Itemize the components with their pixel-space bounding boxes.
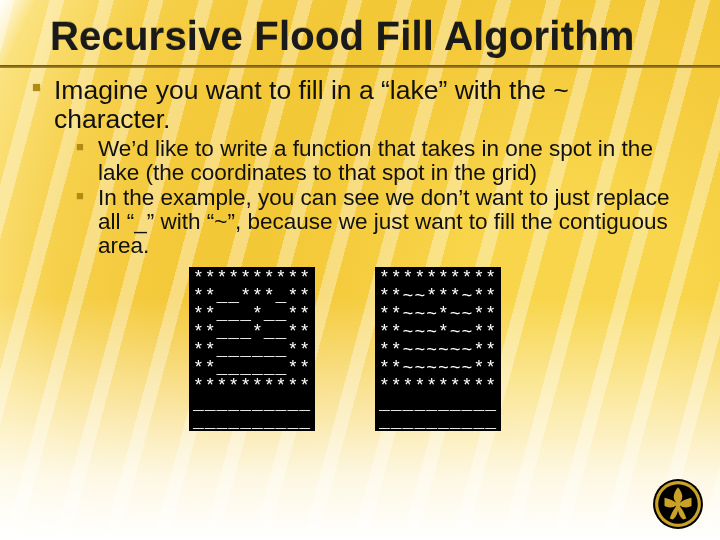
bullet-list: Imagine you want to fill in a “lake” wit… — [28, 76, 692, 257]
sub-bullet-2: In the example, you can see we don’t wan… — [76, 186, 688, 257]
slide-title: Recursive Flood Fill Algorithm — [50, 14, 692, 59]
bullet-top-text: Imagine you want to fill in a “lake” wit… — [54, 75, 569, 134]
sub-bullet-list: We’d like to write a function that takes… — [54, 137, 688, 257]
slide-content: Recursive Flood Fill Algorithm Imagine y… — [0, 0, 720, 540]
ucf-logo-icon — [652, 478, 704, 530]
svg-point-3 — [675, 501, 680, 506]
grid-before: ********** **__***_** **___*__** **___*_… — [189, 267, 315, 431]
grid-after: ********** **~~***~** **~~~*~~** **~~~*~… — [375, 267, 501, 431]
title-underline — [0, 65, 720, 68]
bullet-top: Imagine you want to fill in a “lake” wit… — [32, 76, 688, 257]
sub-bullet-1: We’d like to write a function that takes… — [76, 137, 688, 184]
example-grids: ********** **__***_** **___*__** **___*_… — [28, 267, 692, 431]
